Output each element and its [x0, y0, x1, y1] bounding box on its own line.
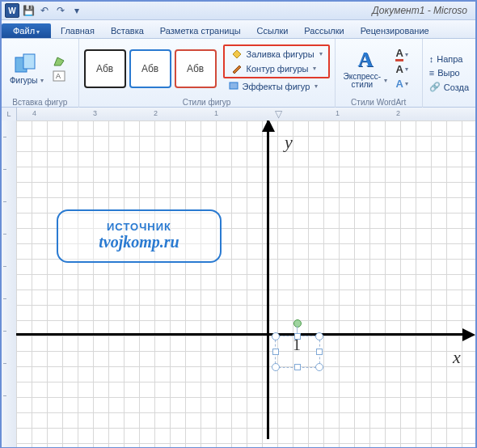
- link-icon: 🔗: [429, 82, 441, 92]
- text-direction-button[interactable]: ↕Напра: [428, 53, 465, 65]
- y-axis-label[interactable]: y: [285, 132, 293, 153]
- group-text-partial: ↕Напра ≡Выро 🔗Созда: [423, 39, 475, 108]
- selection-handle-w[interactable]: [272, 349, 279, 355]
- align-icon: ≡: [429, 68, 434, 78]
- ruler-tick: 2: [396, 109, 400, 117]
- ruler-corner[interactable]: L: [2, 108, 17, 120]
- align-text-button[interactable]: ≡Выро: [428, 67, 462, 78]
- shape-style-blue[interactable]: Абв: [129, 49, 171, 88]
- vertical-ruler[interactable]: [2, 120, 17, 447]
- shape-style-black[interactable]: Абв: [84, 49, 126, 88]
- ruler-tick: 4: [32, 109, 36, 117]
- selection-handle-nw[interactable]: [272, 332, 280, 340]
- ribbon: Фигуры▾ A Вставка фигур Абв Абв Абв Зали…: [2, 39, 475, 108]
- ruler-tick: 2: [154, 109, 158, 117]
- selection-handle-se[interactable]: [315, 363, 323, 371]
- svg-rect-5: [230, 82, 238, 89]
- indent-marker-icon[interactable]: ▽: [275, 108, 282, 120]
- tab-insert[interactable]: Вставка: [103, 23, 152, 38]
- wordart-a-icon: A: [352, 49, 378, 71]
- text-outline-button[interactable]: A▾: [394, 62, 410, 75]
- highlighted-fill-outline: Заливка фигуры▾ Контур фигуры▾: [223, 44, 330, 78]
- rotation-handle[interactable]: [293, 319, 302, 328]
- group-label-insert-shapes: Вставка фигур: [6, 97, 74, 108]
- ruler-tick: 1: [214, 109, 218, 117]
- watermark-line2: tvojkomp.ru: [99, 233, 179, 251]
- selection-handle-sw[interactable]: [272, 363, 280, 371]
- create-link-button[interactable]: 🔗Созда: [428, 81, 471, 93]
- text-box-icon[interactable]: A: [52, 70, 66, 82]
- x-axis-shape[interactable]: [16, 333, 467, 336]
- bucket-icon: [230, 49, 243, 60]
- shapes-gallery-button[interactable]: Фигуры▾: [6, 51, 47, 87]
- y-axis-arrowhead: [262, 120, 275, 132]
- horizontal-ruler[interactable]: L 4 3 2 1 ▽ 1 2: [2, 108, 475, 121]
- word-app-icon[interactable]: W: [5, 3, 19, 18]
- shape-style-red[interactable]: Абв: [175, 49, 217, 88]
- group-wordart-styles: A Экспресс- стили▾ A▾ A▾ A▾ Стили WordAr…: [336, 39, 423, 108]
- ruler-tick: 3: [93, 109, 97, 117]
- svg-marker-2: [54, 57, 64, 66]
- shape-fill-button[interactable]: Заливка фигуры▾: [226, 47, 327, 61]
- svg-text:A: A: [56, 72, 61, 80]
- effects-icon: [228, 81, 239, 92]
- pen-icon: [230, 63, 243, 74]
- tab-home[interactable]: Главная: [53, 23, 103, 38]
- tab-file[interactable]: Файл▾: [2, 23, 51, 38]
- watermark-line1: ИСТОЧНИК: [107, 221, 171, 233]
- group-label-shape-styles: Стили фигур: [84, 97, 330, 108]
- shapes-icon: [14, 53, 40, 75]
- y-axis-shape[interactable]: [267, 120, 269, 439]
- window-title: Документ1 - Microso: [84, 5, 472, 16]
- document-canvas[interactable]: y x 1 ИСТОЧНИК tvojkomp.ru: [16, 120, 475, 447]
- ruler-tick: 1: [336, 109, 340, 117]
- gridlines: [16, 120, 475, 447]
- group-insert-shapes: Фигуры▾ A Вставка фигур: [2, 39, 79, 108]
- group-shape-styles: Абв Абв Абв Заливка фигуры▾ Контур фигур…: [79, 39, 336, 108]
- x-axis-arrowhead: [462, 328, 475, 341]
- selection-handle-n[interactable]: [294, 333, 301, 340]
- shape-effects-button[interactable]: Эффекты фигур▾: [223, 79, 330, 94]
- textbox-one[interactable]: 1: [275, 336, 319, 366]
- wordart-quick-styles[interactable]: A Экспресс- стили▾: [340, 47, 391, 91]
- tab-page-layout[interactable]: Разметка страницы: [152, 23, 249, 38]
- edit-shape-icon[interactable]: [52, 55, 66, 68]
- shape-outline-button[interactable]: Контур фигуры▾: [226, 61, 327, 76]
- title-bar: W 💾 ↶ ↷ ▾ Документ1 - Microso: [2, 2, 475, 20]
- qat-customize-dropdown[interactable]: ▾: [70, 3, 84, 18]
- tab-mailings[interactable]: Рассылки: [296, 23, 352, 38]
- save-button[interactable]: 💾: [21, 3, 36, 18]
- x-axis-label[interactable]: x: [453, 347, 461, 368]
- workspace: L 4 3 2 1 ▽ 1 2 y x 1: [2, 108, 475, 447]
- quick-access-toolbar: W 💾 ↶ ↷ ▾: [5, 3, 84, 18]
- svg-rect-1: [23, 54, 35, 69]
- selection-handle-e[interactable]: [316, 349, 323, 355]
- text-fill-button[interactable]: A▾: [394, 48, 410, 61]
- selection-handle-s[interactable]: [294, 364, 301, 370]
- ribbon-tabs: Файл▾ Главная Вставка Разметка страницы …: [2, 20, 475, 39]
- tab-references[interactable]: Ссылки: [249, 23, 297, 38]
- source-watermark: ИСТОЧНИК tvojkomp.ru: [57, 209, 222, 263]
- tab-review[interactable]: Рецензирование: [352, 23, 437, 38]
- redo-button[interactable]: ↷: [53, 3, 68, 18]
- selection-handle-ne[interactable]: [315, 332, 323, 340]
- group-label-wordart: Стили WordArt: [340, 97, 417, 108]
- text-effects-button[interactable]: A▾: [394, 77, 410, 90]
- undo-button[interactable]: ↶: [37, 3, 52, 18]
- direction-icon: ↕: [429, 54, 434, 64]
